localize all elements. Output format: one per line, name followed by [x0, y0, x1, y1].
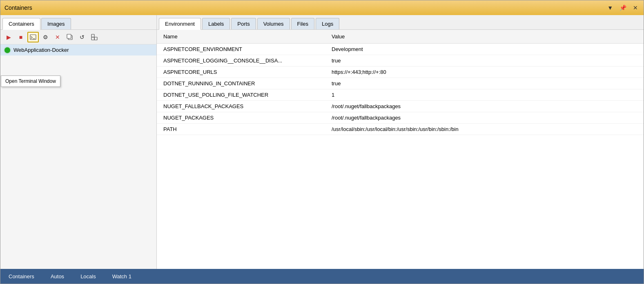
main-window: Containers ▼ 📌 ✕ Containers Images ▶ ■ [0, 0, 644, 284]
container-name: WebApplication-Docker [13, 47, 69, 53]
table-row[interactable]: DOTNET_USE_POLLING_FILE_WATCHER 1 [157, 89, 644, 101]
table-row[interactable]: ASPNETCORE_ENVIRONMENT Development [157, 44, 644, 55]
table-row[interactable]: ASPNETCORE_URLS https://+:443;http://+:8… [157, 67, 644, 78]
env-name: NUGET_PACKAGES [157, 112, 328, 123]
svg-rect-6 [91, 37, 94, 40]
env-name: DOTNET_USE_POLLING_FILE_WATCHER [157, 89, 328, 100]
env-table-header: Name Value [157, 30, 644, 44]
env-name: DOTNET_RUNNING_IN_CONTAINER [157, 78, 328, 89]
env-rows: ASPNETCORE_ENVIRONMENT Development ASPNE… [157, 44, 644, 135]
title-bar-controls: ▼ 📌 ✕ [606, 4, 640, 12]
window-title: Containers [4, 4, 32, 11]
tab-labels[interactable]: Labels [202, 18, 230, 29]
tab-images[interactable]: Images [41, 18, 71, 29]
env-value: 1 [328, 89, 644, 100]
left-tab-bar: Containers Images [0, 15, 156, 30]
copy-button[interactable] [64, 32, 76, 42]
tab-ports[interactable]: Ports [231, 18, 256, 29]
refresh-button[interactable]: ↺ [76, 32, 88, 42]
svg-rect-4 [91, 34, 94, 37]
pin-button[interactable]: 📌 [618, 4, 628, 12]
tab-files[interactable]: Files [291, 18, 314, 29]
settings-button[interactable]: ⚙ [40, 32, 51, 42]
env-value: /root/.nuget/fallbackpackages [328, 112, 644, 123]
statusbar-tab-autos[interactable]: Autos [42, 269, 72, 284]
delete-button[interactable]: ✕ [52, 32, 63, 42]
statusbar-tab-containers[interactable]: Containers [0, 269, 42, 284]
stop-button[interactable]: ■ [15, 32, 27, 42]
statusbar-tab-watch1[interactable]: Watch 1 [104, 269, 140, 284]
env-table-container: Name Value ASPNETCORE_ENVIRONMENT Develo… [157, 30, 644, 269]
container-toolbar: ▶ ■ ⚙ ✕ ↺ [0, 30, 156, 44]
main-content: Containers Images ▶ ■ ⚙ ✕ [0, 15, 644, 269]
play-button[interactable]: ▶ [3, 32, 14, 42]
dropdown-button[interactable]: ▼ [606, 4, 615, 12]
tab-containers[interactable]: Containers [2, 18, 40, 30]
env-name: ASPNETCORE_URLS [157, 67, 328, 78]
table-row[interactable]: NUGET_PACKAGES /root/.nuget/fallbackpack… [157, 112, 644, 124]
env-value: true [328, 78, 644, 89]
tab-environment[interactable]: Environment [159, 18, 201, 30]
table-row[interactable]: PATH /usr/local/sbin:/usr/local/bin:/usr… [157, 124, 644, 135]
title-bar: Containers ▼ 📌 ✕ [0, 0, 644, 15]
table-row[interactable]: DOTNET_RUNNING_IN_CONTAINER true [157, 78, 644, 89]
list-item[interactable]: WebApplication-Docker [0, 44, 156, 55]
env-name: ASPNETCORE_ENVIRONMENT [157, 44, 328, 55]
close-button[interactable]: ✕ [631, 4, 640, 12]
restart-button[interactable] [89, 32, 100, 42]
svg-rect-5 [94, 37, 97, 40]
right-tab-bar: Environment Labels Ports Volumes Files L… [157, 15, 644, 30]
env-value: https://+:443;http://+:80 [328, 67, 644, 78]
tab-volumes[interactable]: Volumes [257, 18, 290, 29]
table-row[interactable]: ASPNETCORE_LOGGING__CONSOLE__DISA... tru… [157, 55, 644, 67]
status-bar: Containers Autos Locals Watch 1 [0, 269, 644, 284]
left-panel: Containers Images ▶ ■ ⚙ ✕ [0, 15, 157, 269]
env-name: NUGET_FALLBACK_PACKAGES [157, 101, 328, 112]
tooltip-open-terminal: Open Terminal Window [1, 75, 60, 87]
env-name: PATH [157, 124, 328, 135]
env-value: true [328, 55, 644, 66]
env-value: Development [328, 44, 644, 55]
right-panel: Environment Labels Ports Volumes Files L… [157, 15, 644, 269]
tab-logs[interactable]: Logs [316, 18, 339, 29]
table-row[interactable]: NUGET_FALLBACK_PACKAGES /root/.nuget/fal… [157, 101, 644, 112]
env-value: /usr/local/sbin:/usr/local/bin:/usr/sbin… [328, 124, 644, 135]
statusbar-tab-locals[interactable]: Locals [72, 269, 104, 284]
svg-rect-3 [67, 34, 71, 38]
env-name: ASPNETCORE_LOGGING__CONSOLE__DISA... [157, 55, 328, 66]
status-indicator [4, 47, 10, 53]
header-name: Name [157, 32, 328, 41]
header-value: Value [328, 32, 644, 41]
terminal-button[interactable] [27, 32, 39, 42]
env-value: /root/.nuget/fallbackpackages [328, 101, 644, 112]
